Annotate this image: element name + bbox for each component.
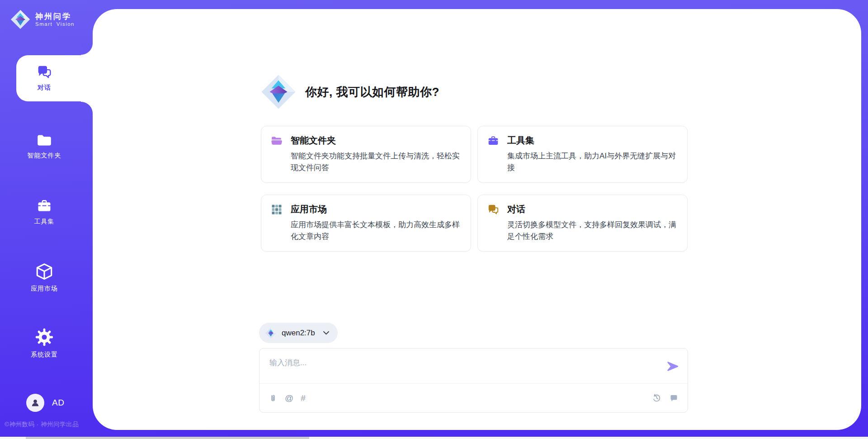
- user-profile[interactable]: AD: [26, 394, 64, 412]
- card-title: 智能文件夹: [291, 134, 336, 147]
- send-icon[interactable]: [667, 360, 679, 372]
- notch-fillet-top: [81, 43, 93, 55]
- card-app-market[interactable]: 应用市场 应用市场提供丰富长文本模板，助力高效生成多样化文章内容: [261, 195, 471, 252]
- toolbox-icon: [36, 198, 52, 214]
- sidebar-item-label: 应用市场: [31, 285, 58, 293]
- card-title: 应用市场: [291, 203, 327, 215]
- sidebar-item-toolset[interactable]: 工具集: [0, 198, 89, 226]
- folder-icon: [36, 133, 52, 148]
- gear-icon: [35, 328, 54, 347]
- at-icon[interactable]: @: [285, 394, 293, 402]
- horizontal-scrollbar-track[interactable]: [0, 437, 868, 439]
- sidebar-item-label: 系统设置: [31, 351, 58, 359]
- sidebar-item-chat[interactable]: 对话: [0, 64, 89, 92]
- model-name: qwen2:7b: [282, 329, 315, 338]
- copyright-footer: ©神州数码 · 神州问学出品: [5, 420, 79, 429]
- sidebar-item-settings[interactable]: 系统设置: [0, 328, 89, 359]
- card-description: 应用市场提供丰富长文本模板，助力高效生成多样化文章内容: [291, 219, 460, 243]
- feature-cards: 智能文件夹 智能文件夹功能支持批量文件上传与清洗，轻松实现文件问答 工具集 集成…: [261, 126, 688, 252]
- brand-gem-icon: [10, 9, 31, 30]
- history-icon[interactable]: [651, 393, 662, 403]
- user-name: AD: [52, 398, 64, 408]
- composer-toolbar: @ #: [259, 383, 688, 412]
- card-toolset[interactable]: 工具集 集成市场上主流工具，助力AI与外界无缝扩展与对接: [477, 126, 688, 183]
- chat-icon: [37, 64, 52, 80]
- app-logo: 神州问学 Smart Vision: [10, 9, 75, 30]
- card-title: 对话: [507, 203, 525, 215]
- paperclip-icon[interactable]: [269, 393, 278, 403]
- card-description: 集成市场上主流工具，助力AI与外界无缝扩展与对接: [507, 150, 676, 174]
- notch-fillet-bottom: [81, 101, 93, 114]
- brand-name: 神州问学: [35, 12, 75, 21]
- greeting-title: 你好, 我可以如何帮助你?: [305, 84, 439, 100]
- chat-square-icon[interactable]: [669, 393, 679, 403]
- card-description: 智能文件夹功能支持批量文件上传与清洗，轻松实现文件问答: [291, 150, 460, 174]
- avatar[interactable]: [26, 394, 44, 412]
- sidebar-item-label: 对话: [38, 84, 51, 92]
- message-input[interactable]: [259, 348, 648, 380]
- card-smart-folder[interactable]: 智能文件夹 智能文件夹功能支持批量文件上传与清洗，轻松实现文件问答: [261, 126, 471, 183]
- card-description: 灵活切换多模型文件，支持多样回复效果调试，满足个性化需求: [507, 219, 676, 243]
- cube-icon: [35, 262, 53, 281]
- grid-icon: [271, 204, 283, 215]
- folder-icon: [271, 135, 283, 146]
- message-composer: @ #: [259, 348, 688, 413]
- sidebar-item-label: 工具集: [34, 218, 55, 226]
- greeting-row: 你好, 我可以如何帮助你?: [260, 72, 439, 111]
- model-selector[interactable]: qwen2:7b: [259, 323, 338, 343]
- horizontal-scrollbar-thumb[interactable]: [26, 437, 309, 439]
- hash-icon[interactable]: #: [301, 394, 306, 402]
- greeting-gem-icon: [260, 73, 297, 110]
- brand-tagline: Smart Vision: [35, 21, 75, 27]
- toolbox-icon: [487, 135, 499, 147]
- card-title: 工具集: [507, 134, 534, 147]
- sidebar-item-label: 智能文件夹: [28, 152, 61, 160]
- model-gem-icon: [265, 327, 277, 339]
- chevron-down-icon: [323, 330, 330, 335]
- sidebar-item-app-market[interactable]: 应用市场: [0, 262, 89, 293]
- sidebar-item-smart-folder[interactable]: 智能文件夹: [0, 133, 89, 160]
- card-chat[interactable]: 对话 灵活切换多模型文件，支持多样回复效果调试，满足个性化需求: [477, 195, 688, 252]
- chat-icon: [487, 204, 499, 215]
